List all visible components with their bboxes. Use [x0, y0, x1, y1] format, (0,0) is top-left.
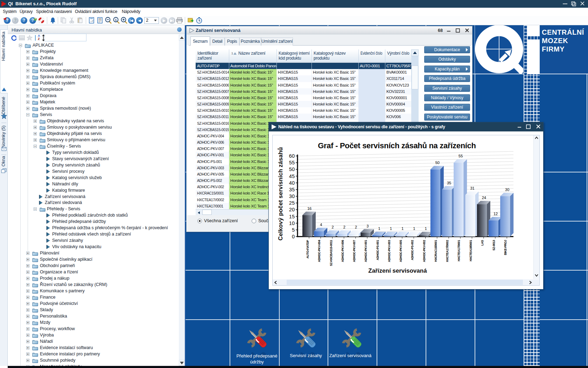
svg-text:Graf - Počet servisních zásahů: Graf - Počet servisních zásahů na zaříze… — [318, 141, 476, 150]
svg-text:ADHOC-PKV-001: ADHOC-PKV-001 — [364, 240, 368, 262]
svg-text:10: 10 — [289, 220, 295, 226]
svg-text:AUTO-FIATDP: AUTO-FIATDP — [306, 240, 309, 258]
svg-text:ADHOC-PKV-002: ADHOC-PKV-002 — [422, 240, 426, 262]
svg-text:ADHOC-PKV-007: ADHOC-PKV-007 — [352, 240, 356, 262]
svg-text:ADHOC-PS-002: ADHOC-PS-002 — [411, 240, 414, 260]
svg-text:1: 1 — [378, 226, 380, 231]
svg-text:HXCTEA17/0001: HXCTEA17/0001 — [457, 240, 461, 261]
svg-text:ADHOC-PKV-006: ADHOC-PKV-006 — [341, 240, 344, 262]
svg-text:55: 55 — [289, 160, 295, 165]
svg-text:24: 24 — [482, 196, 486, 200]
svg-text:1: 1 — [425, 226, 427, 231]
svg-text:16: 16 — [307, 206, 312, 211]
svg-text:3: 3 — [366, 224, 369, 228]
svg-text:4: 4 — [320, 223, 322, 227]
svg-text:12: 12 — [493, 212, 498, 216]
svg-text:50: 50 — [289, 166, 295, 172]
svg-text:30: 30 — [289, 193, 295, 199]
svg-text:55: 55 — [458, 154, 463, 158]
svg-text:1: 1 — [115, 18, 117, 22]
svg-text:2: 2 — [331, 225, 334, 229]
svg-text:60: 60 — [289, 153, 295, 159]
svg-text:31: 31 — [470, 186, 474, 190]
svg-text:25: 25 — [289, 200, 295, 206]
svg-text:2: 2 — [343, 225, 345, 229]
svg-text:LAS: LAS — [481, 240, 484, 246]
svg-text:15: 15 — [289, 214, 295, 219]
svg-text:35: 35 — [289, 187, 295, 192]
svg-text:0: 0 — [292, 234, 295, 239]
svg-text:Zařízení servisovaná: Zařízení servisovaná — [368, 267, 427, 274]
svg-text:40: 40 — [289, 180, 295, 186]
svg-text:1: 1 — [401, 226, 404, 231]
svg-text:ADHOC-PKV-003: ADHOC-PKV-003 — [387, 240, 391, 262]
svg-text:1: 1 — [413, 226, 415, 231]
svg-text:50: 50 — [435, 161, 440, 165]
svg-text:ADHOC-PKV-004: ADHOC-PKV-004 — [317, 240, 321, 262]
svg-text:Celkový počet servisních zásah: Celkový počet servisních zásahů — [277, 147, 284, 240]
svg-text:HXCTEA17//0002: HXCTEA17//0002 — [446, 240, 449, 262]
svg-text:30: 30 — [505, 188, 509, 192]
svg-text:1: 1 — [390, 226, 392, 231]
svg-text:45: 45 — [289, 173, 295, 179]
svg-text:ADHOC-PS-001: ADHOC-PS-001 — [376, 240, 379, 260]
svg-text:5: 5 — [292, 227, 295, 233]
svg-text:SZ-HXCBAS15-0011: SZ-HXCBAS15-0011 — [329, 240, 333, 266]
svg-text:BIKE-PROJ: BIKE-PROJ — [504, 240, 507, 255]
svg-text:HXCRAC15/0001: HXCRAC15/0001 — [434, 240, 438, 262]
svg-text:2: 2 — [355, 225, 357, 229]
svg-text:ADHOC-PKV-005: ADHOC-PKV-005 — [399, 240, 402, 262]
svg-text:HXCTEA19/0001: HXCTEA19/0001 — [469, 240, 472, 261]
svg-text:20: 20 — [289, 207, 295, 212]
svg-text:35: 35 — [447, 181, 451, 185]
svg-text:SZ-0013: SZ-0013 — [492, 240, 496, 250]
